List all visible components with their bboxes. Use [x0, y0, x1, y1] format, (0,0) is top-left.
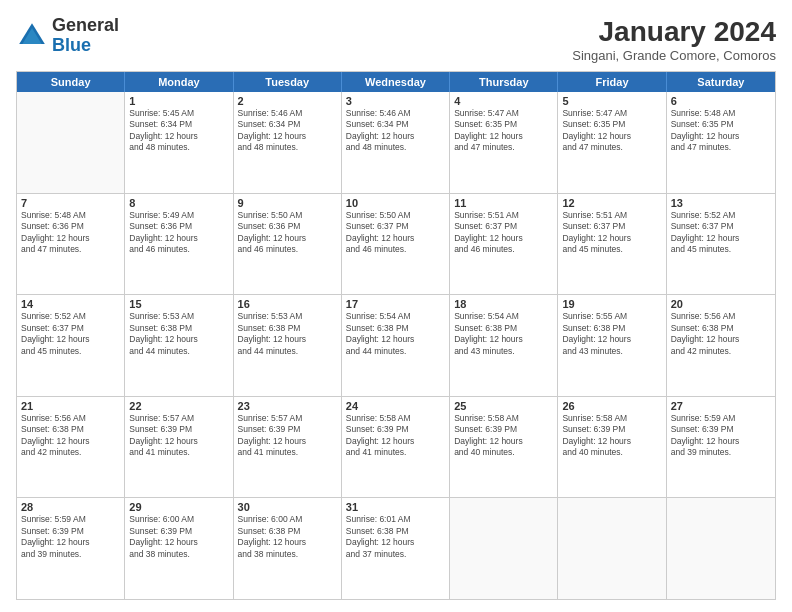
day-header-sunday: Sunday: [17, 72, 125, 92]
cell-info: Sunrise: 5:51 AMSunset: 6:37 PMDaylight:…: [562, 210, 661, 256]
day-number: 12: [562, 197, 661, 209]
day-number: 2: [238, 95, 337, 107]
day-number: 22: [129, 400, 228, 412]
cell-info: Sunrise: 5:58 AMSunset: 6:39 PMDaylight:…: [346, 413, 445, 459]
calendar-cell: 23Sunrise: 5:57 AMSunset: 6:39 PMDayligh…: [234, 397, 342, 498]
cell-info: Sunrise: 5:48 AMSunset: 6:36 PMDaylight:…: [21, 210, 120, 256]
calendar-cell: 7Sunrise: 5:48 AMSunset: 6:36 PMDaylight…: [17, 194, 125, 295]
cell-info: Sunrise: 5:53 AMSunset: 6:38 PMDaylight:…: [129, 311, 228, 357]
cell-info: Sunrise: 5:46 AMSunset: 6:34 PMDaylight:…: [238, 108, 337, 154]
calendar-cell: [558, 498, 666, 599]
calendar-cell: 31Sunrise: 6:01 AMSunset: 6:38 PMDayligh…: [342, 498, 450, 599]
day-number: 14: [21, 298, 120, 310]
calendar-cell: 22Sunrise: 5:57 AMSunset: 6:39 PMDayligh…: [125, 397, 233, 498]
calendar-week-3: 14Sunrise: 5:52 AMSunset: 6:37 PMDayligh…: [17, 295, 775, 397]
cell-info: Sunrise: 5:47 AMSunset: 6:35 PMDaylight:…: [562, 108, 661, 154]
logo-text-blue: Blue: [52, 36, 119, 56]
day-header-monday: Monday: [125, 72, 233, 92]
calendar-cell: 12Sunrise: 5:51 AMSunset: 6:37 PMDayligh…: [558, 194, 666, 295]
cell-info: Sunrise: 5:51 AMSunset: 6:37 PMDaylight:…: [454, 210, 553, 256]
cell-info: Sunrise: 5:58 AMSunset: 6:39 PMDaylight:…: [454, 413, 553, 459]
calendar-week-1: 1Sunrise: 5:45 AMSunset: 6:34 PMDaylight…: [17, 92, 775, 194]
calendar-cell: 15Sunrise: 5:53 AMSunset: 6:38 PMDayligh…: [125, 295, 233, 396]
calendar-cell: 26Sunrise: 5:58 AMSunset: 6:39 PMDayligh…: [558, 397, 666, 498]
cell-info: Sunrise: 5:59 AMSunset: 6:39 PMDaylight:…: [671, 413, 771, 459]
day-number: 1: [129, 95, 228, 107]
calendar-cell: 4Sunrise: 5:47 AMSunset: 6:35 PMDaylight…: [450, 92, 558, 193]
cell-info: Sunrise: 5:50 AMSunset: 6:37 PMDaylight:…: [346, 210, 445, 256]
cell-info: Sunrise: 5:54 AMSunset: 6:38 PMDaylight:…: [454, 311, 553, 357]
day-number: 9: [238, 197, 337, 209]
cell-info: Sunrise: 5:50 AMSunset: 6:36 PMDaylight:…: [238, 210, 337, 256]
header: General Blue January 2024 Singani, Grand…: [16, 16, 776, 63]
calendar-week-4: 21Sunrise: 5:56 AMSunset: 6:38 PMDayligh…: [17, 397, 775, 499]
calendar-cell: 25Sunrise: 5:58 AMSunset: 6:39 PMDayligh…: [450, 397, 558, 498]
calendar-cell: 27Sunrise: 5:59 AMSunset: 6:39 PMDayligh…: [667, 397, 775, 498]
day-number: 23: [238, 400, 337, 412]
cell-info: Sunrise: 5:54 AMSunset: 6:38 PMDaylight:…: [346, 311, 445, 357]
day-number: 25: [454, 400, 553, 412]
cell-info: Sunrise: 5:56 AMSunset: 6:38 PMDaylight:…: [21, 413, 120, 459]
day-number: 18: [454, 298, 553, 310]
page: General Blue January 2024 Singani, Grand…: [0, 0, 792, 612]
day-number: 29: [129, 501, 228, 513]
title-block: January 2024 Singani, Grande Comore, Com…: [572, 16, 776, 63]
calendar-cell: 28Sunrise: 5:59 AMSunset: 6:39 PMDayligh…: [17, 498, 125, 599]
cell-info: Sunrise: 5:46 AMSunset: 6:34 PMDaylight:…: [346, 108, 445, 154]
day-number: 7: [21, 197, 120, 209]
subtitle: Singani, Grande Comore, Comoros: [572, 48, 776, 63]
calendar-cell: 16Sunrise: 5:53 AMSunset: 6:38 PMDayligh…: [234, 295, 342, 396]
day-number: 6: [671, 95, 771, 107]
cell-info: Sunrise: 6:00 AMSunset: 6:39 PMDaylight:…: [129, 514, 228, 560]
calendar-cell: 5Sunrise: 5:47 AMSunset: 6:35 PMDaylight…: [558, 92, 666, 193]
day-number: 3: [346, 95, 445, 107]
cell-info: Sunrise: 5:59 AMSunset: 6:39 PMDaylight:…: [21, 514, 120, 560]
cell-info: Sunrise: 6:01 AMSunset: 6:38 PMDaylight:…: [346, 514, 445, 560]
calendar-cell: 8Sunrise: 5:49 AMSunset: 6:36 PMDaylight…: [125, 194, 233, 295]
day-number: 8: [129, 197, 228, 209]
calendar-body: 1Sunrise: 5:45 AMSunset: 6:34 PMDaylight…: [17, 92, 775, 599]
day-number: 20: [671, 298, 771, 310]
cell-info: Sunrise: 5:52 AMSunset: 6:37 PMDaylight:…: [671, 210, 771, 256]
day-number: 19: [562, 298, 661, 310]
day-header-friday: Friday: [558, 72, 666, 92]
day-number: 15: [129, 298, 228, 310]
calendar-cell: 14Sunrise: 5:52 AMSunset: 6:37 PMDayligh…: [17, 295, 125, 396]
cell-info: Sunrise: 5:56 AMSunset: 6:38 PMDaylight:…: [671, 311, 771, 357]
calendar-cell: 18Sunrise: 5:54 AMSunset: 6:38 PMDayligh…: [450, 295, 558, 396]
calendar: SundayMondayTuesdayWednesdayThursdayFrid…: [16, 71, 776, 600]
logo: General Blue: [16, 16, 119, 56]
calendar-week-5: 28Sunrise: 5:59 AMSunset: 6:39 PMDayligh…: [17, 498, 775, 599]
calendar-cell: 17Sunrise: 5:54 AMSunset: 6:38 PMDayligh…: [342, 295, 450, 396]
main-title: January 2024: [572, 16, 776, 48]
day-number: 24: [346, 400, 445, 412]
cell-info: Sunrise: 5:48 AMSunset: 6:35 PMDaylight:…: [671, 108, 771, 154]
day-number: 17: [346, 298, 445, 310]
cell-info: Sunrise: 5:58 AMSunset: 6:39 PMDaylight:…: [562, 413, 661, 459]
day-number: 21: [21, 400, 120, 412]
cell-info: Sunrise: 5:47 AMSunset: 6:35 PMDaylight:…: [454, 108, 553, 154]
calendar-cell: 10Sunrise: 5:50 AMSunset: 6:37 PMDayligh…: [342, 194, 450, 295]
calendar-week-2: 7Sunrise: 5:48 AMSunset: 6:36 PMDaylight…: [17, 194, 775, 296]
day-number: 30: [238, 501, 337, 513]
day-header-wednesday: Wednesday: [342, 72, 450, 92]
calendar-cell: [450, 498, 558, 599]
day-header-thursday: Thursday: [450, 72, 558, 92]
day-header-tuesday: Tuesday: [234, 72, 342, 92]
cell-info: Sunrise: 5:57 AMSunset: 6:39 PMDaylight:…: [129, 413, 228, 459]
day-number: 27: [671, 400, 771, 412]
cell-info: Sunrise: 5:45 AMSunset: 6:34 PMDaylight:…: [129, 108, 228, 154]
day-number: 28: [21, 501, 120, 513]
calendar-cell: [17, 92, 125, 193]
day-number: 16: [238, 298, 337, 310]
calendar-cell: 21Sunrise: 5:56 AMSunset: 6:38 PMDayligh…: [17, 397, 125, 498]
cell-info: Sunrise: 5:55 AMSunset: 6:38 PMDaylight:…: [562, 311, 661, 357]
calendar-cell: 9Sunrise: 5:50 AMSunset: 6:36 PMDaylight…: [234, 194, 342, 295]
cell-info: Sunrise: 5:53 AMSunset: 6:38 PMDaylight:…: [238, 311, 337, 357]
calendar-cell: 3Sunrise: 5:46 AMSunset: 6:34 PMDaylight…: [342, 92, 450, 193]
day-number: 13: [671, 197, 771, 209]
calendar-cell: 11Sunrise: 5:51 AMSunset: 6:37 PMDayligh…: [450, 194, 558, 295]
logo-icon: [16, 20, 48, 52]
calendar-cell: 2Sunrise: 5:46 AMSunset: 6:34 PMDaylight…: [234, 92, 342, 193]
calendar-cell: [667, 498, 775, 599]
